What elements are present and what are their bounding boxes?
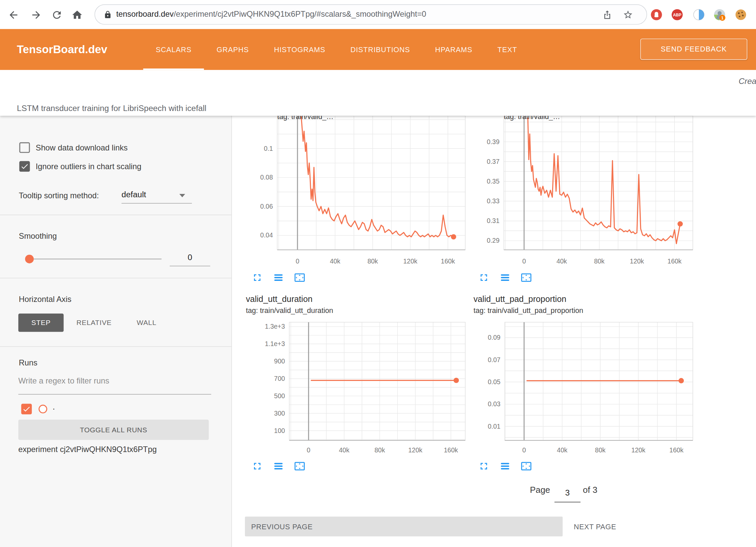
- adblock-extension-icon[interactable]: [650, 9, 662, 21]
- tab-scalars[interactable]: SCALARS: [143, 29, 204, 70]
- svg-text:40k: 40k: [557, 446, 568, 454]
- tab-graphs[interactable]: GRAPHS: [204, 29, 262, 70]
- ignore-outliers-checkbox[interactable]: [19, 161, 30, 172]
- fullscreen-icon[interactable]: [478, 461, 489, 472]
- home-icon[interactable]: [72, 9, 83, 21]
- tensorboard-logo[interactable]: TensorBoard.dev: [17, 29, 107, 70]
- next-page-button[interactable]: NEXT PAGE: [574, 517, 616, 536]
- svg-text:0.06: 0.06: [260, 203, 273, 210]
- forward-icon[interactable]: [30, 9, 42, 21]
- smoothing-value-field[interactable]: 0: [170, 253, 210, 262]
- abp-extension-icon[interactable]: ABP: [671, 9, 683, 21]
- svg-text:120k: 120k: [408, 446, 422, 454]
- clipped-chart-tag-2: tag: train/valid_…: [504, 116, 576, 121]
- profile-avatar-icon[interactable]: 1: [714, 9, 726, 21]
- svg-text:160k: 160k: [441, 257, 455, 265]
- svg-text:80k: 80k: [367, 257, 378, 265]
- tab-text[interactable]: TEXT: [485, 29, 530, 70]
- data-table-icon[interactable]: [273, 461, 284, 472]
- run-color-toggle[interactable]: [38, 405, 47, 413]
- divider: [0, 278, 231, 278]
- scalar-chart-top-right[interactable]: 040k80k120k160k0.290.310.330.350.370.39: [482, 116, 709, 266]
- toggle-all-runs-button[interactable]: TOGGLE ALL RUNS: [18, 420, 209, 440]
- url-path: /experiment/cj2vtPiwQHKN9Q1tx6PTpg/#scal…: [174, 10, 426, 18]
- show-download-links-checkbox[interactable]: [19, 142, 30, 153]
- address-bar[interactable]: tensorboard.dev/experiment/cj2vtPiwQHKN9…: [95, 4, 647, 25]
- run-checkbox[interactable]: [21, 404, 32, 414]
- axis-step-button[interactable]: STEP: [18, 314, 64, 332]
- tooltip-sorting-dropdown[interactable]: default: [122, 190, 146, 200]
- data-table-icon[interactable]: [500, 272, 511, 283]
- svg-text:120k: 120k: [403, 257, 417, 265]
- svg-text:1: 1: [721, 15, 724, 20]
- svg-text:100: 100: [274, 427, 285, 434]
- svg-text:0.01: 0.01: [488, 423, 501, 430]
- blue-extension-icon[interactable]: [693, 9, 705, 21]
- fullscreen-icon[interactable]: [252, 272, 263, 283]
- svg-text:0: 0: [296, 257, 299, 265]
- runs-section-label: Runs: [19, 358, 37, 367]
- svg-text:0: 0: [522, 446, 526, 454]
- data-table-icon[interactable]: [500, 461, 511, 472]
- chart-toolbar-4: [478, 461, 532, 472]
- previous-page-button[interactable]: PREVIOUS PAGE: [245, 517, 563, 536]
- horizontal-axis-label: Horizontal Axis: [19, 295, 71, 304]
- svg-text:160k: 160k: [667, 257, 681, 265]
- divider: [0, 215, 231, 215]
- fullscreen-icon[interactable]: [252, 461, 263, 472]
- run-name-label: .: [52, 402, 55, 412]
- experiment-id-label: experiment cj2vtPiwQHKN9Q1tx6PTpg: [18, 445, 157, 454]
- clipped-chart-tag-1: tag: train/valid_…: [277, 116, 349, 121]
- back-icon[interactable]: [8, 9, 19, 21]
- chart-toolbar-1: [252, 272, 305, 283]
- nav-tabs: SCALARS GRAPHS HISTOGRAMS DISTRIBUTIONS …: [143, 29, 529, 70]
- page-count-label: of 3: [583, 485, 597, 495]
- send-feedback-button[interactable]: SEND FEEDBACK: [640, 38, 747, 60]
- runs-filter-input[interactable]: [18, 376, 211, 385]
- runs-input-underline: [18, 394, 211, 395]
- svg-text:120k: 120k: [630, 257, 644, 265]
- cookie-extension-icon[interactable]: [735, 9, 747, 21]
- svg-text:1.1e+3: 1.1e+3: [265, 340, 285, 347]
- svg-text:0: 0: [307, 446, 310, 454]
- svg-text:0.1: 0.1: [264, 145, 273, 152]
- tab-distributions[interactable]: DISTRIBUTIONS: [338, 29, 422, 70]
- fit-domain-icon[interactable]: [521, 461, 532, 472]
- fullscreen-icon[interactable]: [478, 272, 489, 283]
- experiment-subheader: Crea LSTM transducer training for LibriS…: [0, 70, 756, 116]
- tooltip-sorting-label: Tooltip sorting method:: [19, 191, 99, 200]
- svg-text:160k: 160k: [444, 446, 458, 454]
- svg-text:1.3e+3: 1.3e+3: [265, 323, 285, 330]
- svg-text:0.03: 0.03: [488, 400, 501, 408]
- bookmark-star-icon[interactable]: [623, 10, 633, 20]
- axis-relative-button[interactable]: RELATIVE: [69, 314, 120, 332]
- tab-histograms[interactable]: HISTOGRAMS: [261, 29, 338, 70]
- svg-text:0.29: 0.29: [487, 237, 500, 244]
- svg-text:40k: 40k: [339, 446, 350, 454]
- smoothing-slider-track[interactable]: [29, 258, 162, 259]
- svg-text:0: 0: [522, 257, 526, 265]
- scalar-chart-top-left[interactable]: 040k80k120k160k0.040.060.080.1: [251, 116, 477, 266]
- svg-text:700: 700: [274, 375, 285, 382]
- data-table-icon[interactable]: [273, 272, 284, 283]
- axis-wall-button[interactable]: WALL: [125, 314, 168, 332]
- smoothing-slider-thumb[interactable]: [25, 255, 34, 263]
- svg-text:0.09: 0.09: [488, 334, 501, 341]
- page-label: Page: [530, 485, 550, 495]
- tab-hparams[interactable]: HPARAMS: [422, 29, 485, 70]
- share-icon[interactable]: [602, 10, 612, 20]
- smoothing-underline: [170, 266, 210, 266]
- fit-domain-icon[interactable]: [294, 272, 305, 283]
- chevron-down-icon[interactable]: [179, 194, 185, 197]
- reload-icon[interactable]: [51, 9, 63, 21]
- scalar-chart-valid-utt-duration[interactable]: 040k80k120k160k1003005007009001.1e+31.3e…: [251, 314, 477, 458]
- fit-domain-icon[interactable]: [294, 461, 305, 472]
- lock-icon: [104, 11, 112, 19]
- fit-domain-icon[interactable]: [521, 272, 532, 283]
- page-number-input[interactable]: 3: [554, 488, 581, 498]
- svg-text:0.04: 0.04: [260, 231, 273, 239]
- page-input-underline: [554, 502, 581, 502]
- scalar-chart-valid-utt-pad-proportion[interactable]: 040k80k120k160k0.010.030.050.070.09: [482, 314, 709, 458]
- svg-text:0.05: 0.05: [488, 378, 501, 386]
- browser-toolbar: tensorboard.dev/experiment/cj2vtPiwQHKN9…: [0, 0, 756, 29]
